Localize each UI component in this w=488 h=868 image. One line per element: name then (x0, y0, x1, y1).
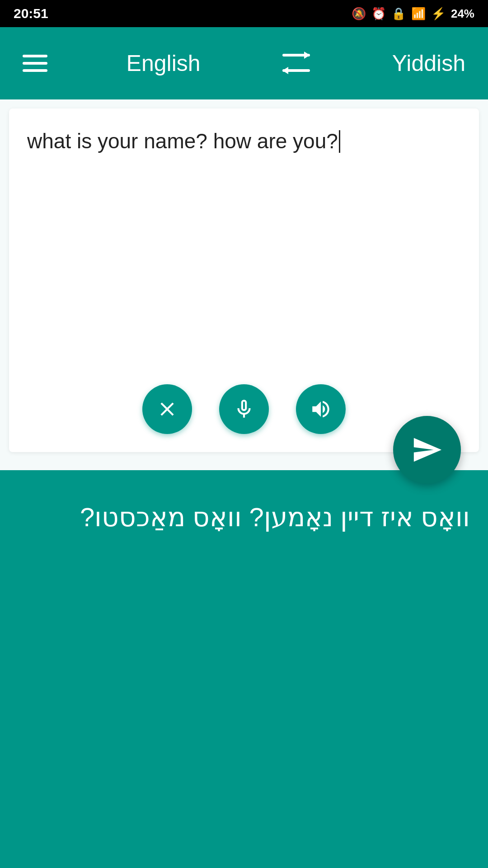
battery-percent: 24% (451, 7, 474, 21)
toolbar: English Yiddish (0, 27, 488, 99)
swap-icon (279, 50, 313, 77)
output-text: וואָס איז דיין נאָמען? וואָס מאַכסטו? (18, 497, 470, 537)
status-time: 20:51 (14, 6, 48, 21)
input-section: what is your name? how are you? (0, 99, 488, 470)
microphone-icon (233, 398, 255, 420)
send-icon (411, 434, 443, 466)
svg-marker-1 (282, 67, 288, 74)
signal-icon: 📶 (411, 7, 426, 21)
input-card: what is your name? how are you? (9, 108, 479, 452)
translate-button[interactable] (393, 416, 461, 484)
status-bar: 20:51 🔕 ⏰ 🔒 📶 ⚡ 24% (0, 0, 488, 27)
input-text-display[interactable]: what is your name? how are you? (27, 127, 461, 156)
clear-icon (156, 398, 178, 420)
output-section: וואָס איז דיין נאָמען? וואָס מאַכסטו? (0, 470, 488, 868)
notification-icon: 🔕 (352, 7, 366, 21)
speak-button[interactable] (296, 384, 346, 434)
speaker-icon (310, 398, 332, 420)
main-content: what is your name? how are you? (0, 99, 488, 868)
battery-icon: ⚡ (431, 7, 446, 21)
target-language[interactable]: Yiddish (392, 50, 465, 76)
swap-languages-button[interactable] (279, 50, 313, 77)
clear-button[interactable] (142, 384, 192, 434)
microphone-button[interactable] (219, 384, 269, 434)
svg-marker-0 (304, 52, 310, 59)
lock-icon: 🔒 (391, 7, 406, 21)
menu-button[interactable] (23, 55, 47, 72)
alarm-icon: ⏰ (371, 7, 386, 21)
status-icons: 🔕 ⏰ 🔒 📶 ⚡ 24% (352, 7, 474, 21)
source-language[interactable]: English (127, 50, 201, 76)
text-cursor (339, 130, 340, 153)
